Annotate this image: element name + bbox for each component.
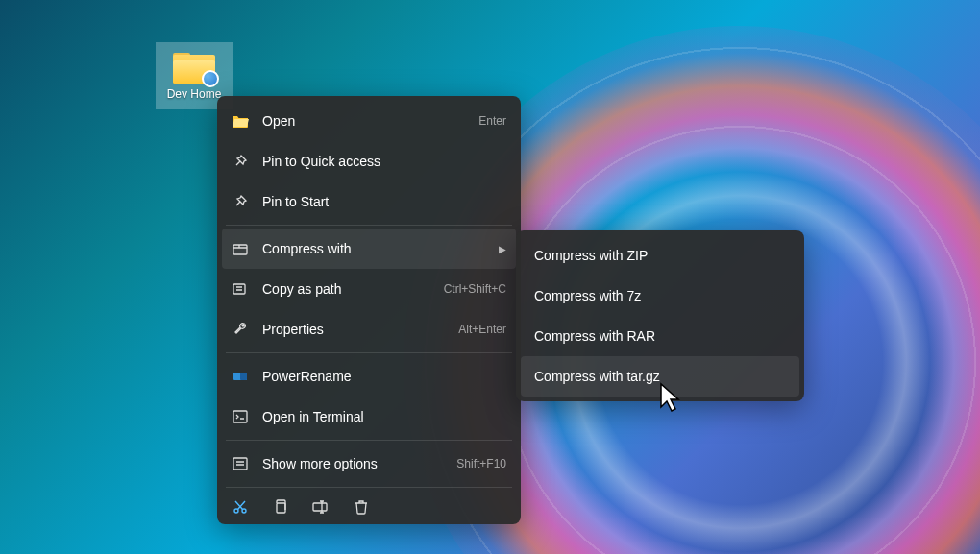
- submenu-label: Compress with RAR: [534, 328, 655, 344]
- menu-label: PowerRename: [262, 369, 506, 384]
- svg-rect-9: [313, 503, 327, 511]
- menu-label: Show more options: [262, 456, 443, 471]
- submenu-compress-7z[interactable]: Compress with 7z: [521, 276, 799, 316]
- desktop-icon-label: Dev Home: [167, 87, 222, 101]
- svg-rect-1: [233, 284, 245, 294]
- svg-point-7: [242, 509, 246, 513]
- menu-label: Compress with: [262, 241, 485, 256]
- wrench-icon: [232, 321, 249, 338]
- menu-open-in-terminal[interactable]: Open in Terminal: [222, 397, 516, 437]
- terminal-icon: [232, 408, 249, 425]
- submenu-label: Compress with ZIP: [534, 248, 648, 263]
- menu-separator: [226, 352, 512, 353]
- menu-compress-with[interactable]: Compress with ▶: [222, 229, 516, 269]
- menu-properties[interactable]: Properties Alt+Enter: [222, 309, 516, 349]
- svg-rect-0: [233, 245, 247, 254]
- menu-label: Pin to Quick access: [262, 154, 506, 169]
- menu-accel: Ctrl+Shift+C: [444, 282, 506, 296]
- copy-icon[interactable]: [272, 498, 289, 516]
- rename-icon[interactable]: [312, 498, 330, 516]
- menu-label: Pin to Start: [262, 194, 506, 209]
- context-menu: Open Enter Pin to Quick access Pin to St…: [217, 96, 521, 524]
- menu-accel: Alt+Enter: [458, 323, 506, 336]
- submenu-compress-zip[interactable]: Compress with ZIP: [521, 235, 799, 276]
- submenu-compress-targz[interactable]: Compress with tar.gz: [521, 356, 799, 397]
- powerrename-icon: [232, 368, 249, 385]
- more-options-icon: [232, 455, 249, 472]
- menu-pin-quick-access[interactable]: Pin to Quick access: [222, 141, 516, 181]
- compress-submenu: Compress with ZIP Compress with 7z Compr…: [516, 230, 804, 401]
- folder-open-icon: [232, 112, 249, 130]
- menu-copy-as-path[interactable]: Copy as path Ctrl+Shift+C: [222, 269, 516, 309]
- cut-icon[interactable]: [232, 498, 249, 516]
- menu-accel: Enter: [478, 114, 506, 128]
- svg-rect-3: [240, 373, 247, 380]
- menu-separator: [226, 487, 512, 488]
- pin-icon: [232, 193, 249, 210]
- folder-icon: [173, 51, 215, 84]
- menu-accel: Shift+F10: [456, 457, 506, 470]
- menu-label: Open in Terminal: [262, 409, 506, 424]
- menu-separator: [226, 225, 512, 226]
- menu-open[interactable]: Open Enter: [222, 101, 516, 141]
- submenu-label: Compress with tar.gz: [534, 369, 660, 384]
- svg-rect-5: [233, 458, 247, 470]
- pin-icon: [232, 153, 249, 170]
- menu-label: Open: [262, 113, 465, 129]
- menu-separator: [226, 440, 512, 441]
- svg-rect-4: [233, 411, 247, 422]
- svg-rect-8: [277, 503, 285, 513]
- menu-powerrename[interactable]: PowerRename: [222, 356, 516, 397]
- menu-icon-row: [222, 491, 516, 519]
- submenu-compress-rar[interactable]: Compress with RAR: [521, 316, 799, 356]
- menu-pin-to-start[interactable]: Pin to Start: [222, 181, 516, 222]
- svg-point-6: [234, 509, 238, 513]
- menu-label: Properties: [262, 322, 445, 337]
- archive-icon: [232, 240, 249, 257]
- menu-label: Copy as path: [262, 281, 430, 297]
- copy-path-icon: [232, 280, 249, 298]
- menu-show-more-options[interactable]: Show more options Shift+F10: [222, 444, 516, 484]
- submenu-label: Compress with 7z: [534, 288, 641, 303]
- chevron-right-icon: ▶: [499, 244, 506, 254]
- delete-icon[interactable]: [353, 498, 370, 516]
